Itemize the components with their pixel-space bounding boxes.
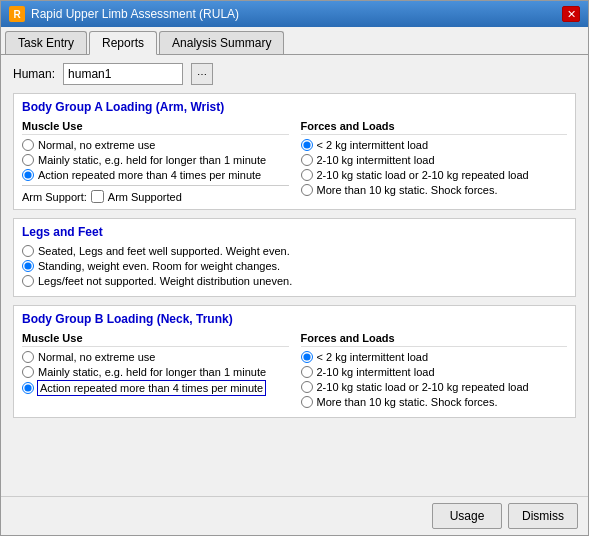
forces-loads-b-subsection: Forces and Loads < 2 kg intermittent loa…: [301, 332, 568, 411]
browse-icon: ⋯: [197, 69, 207, 80]
body-group-a-title: Body Group A Loading (Arm, Wrist): [22, 100, 567, 114]
muscle-use-b-option-1: Mainly static, e.g. held for longer than…: [22, 366, 289, 378]
forces-a-option-2: 2-10 kg static load or 2-10 kg repeated …: [301, 169, 568, 181]
dismiss-button[interactable]: Dismiss: [508, 503, 578, 529]
arm-support-row: Arm Support: Arm Supported: [22, 190, 289, 203]
forces-b-label-3: More than 10 kg static. Shock forces.: [317, 396, 498, 408]
muscle-use-a-radio-0[interactable]: [22, 139, 34, 151]
body-group-b-title: Body Group B Loading (Neck, Trunk): [22, 312, 567, 326]
forces-a-radio-0[interactable]: [301, 139, 313, 151]
muscle-use-b-radio-1[interactable]: [22, 366, 34, 378]
forces-loads-a-subsection: Forces and Loads < 2 kg intermittent loa…: [301, 120, 568, 203]
forces-b-option-1: 2-10 kg intermittent load: [301, 366, 568, 378]
forces-a-option-0: < 2 kg intermittent load: [301, 139, 568, 151]
legs-option-2: Legs/feet not supported. Weight distribu…: [22, 275, 567, 287]
forces-a-label-0: < 2 kg intermittent load: [317, 139, 429, 151]
forces-b-radio-0[interactable]: [301, 351, 313, 363]
muscle-use-b-title: Muscle Use: [22, 332, 289, 347]
muscle-use-a-title: Muscle Use: [22, 120, 289, 135]
main-window: R Rapid Upper Limb Assessment (RULA) ✕ T…: [0, 0, 589, 536]
legs-radio-1[interactable]: [22, 260, 34, 272]
title-bar: R Rapid Upper Limb Assessment (RULA) ✕: [1, 1, 588, 27]
forces-b-label-0: < 2 kg intermittent load: [317, 351, 429, 363]
forces-b-option-3: More than 10 kg static. Shock forces.: [301, 396, 568, 408]
forces-b-option-2: 2-10 kg static load or 2-10 kg repeated …: [301, 381, 568, 393]
window-title: Rapid Upper Limb Assessment (RULA): [31, 7, 239, 21]
tab-reports[interactable]: Reports: [89, 31, 157, 55]
forces-loads-b-title: Forces and Loads: [301, 332, 568, 347]
legs-feet-section: Legs and Feet Seated, Legs and feet well…: [13, 218, 576, 297]
muscle-use-b-radio-0[interactable]: [22, 351, 34, 363]
title-bar-left: R Rapid Upper Limb Assessment (RULA): [9, 6, 239, 22]
body-group-b-section: Body Group B Loading (Neck, Trunk) Muscl…: [13, 305, 576, 418]
forces-a-label-2: 2-10 kg static load or 2-10 kg repeated …: [317, 169, 529, 181]
muscle-use-b-label-1: Mainly static, e.g. held for longer than…: [38, 366, 266, 378]
forces-a-label-1: 2-10 kg intermittent load: [317, 154, 435, 166]
forces-a-option-1: 2-10 kg intermittent load: [301, 154, 568, 166]
muscle-use-a-radio-2[interactable]: [22, 169, 34, 181]
human-label: Human:: [13, 67, 55, 81]
forces-a-radio-1[interactable]: [301, 154, 313, 166]
forces-b-radio-2[interactable]: [301, 381, 313, 393]
body-group-a-section: Body Group A Loading (Arm, Wrist) Muscle…: [13, 93, 576, 210]
body-group-a-body: Muscle Use Normal, no extreme use Mainly…: [22, 120, 567, 203]
muscle-use-a-label-0: Normal, no extreme use: [38, 139, 155, 151]
legs-radio-0[interactable]: [22, 245, 34, 257]
forces-loads-a-title: Forces and Loads: [301, 120, 568, 135]
forces-b-label-1: 2-10 kg intermittent load: [317, 366, 435, 378]
forces-b-option-0: < 2 kg intermittent load: [301, 351, 568, 363]
legs-option-1: Standing, weight even. Room for weight c…: [22, 260, 567, 272]
muscle-use-a-option-2: Action repeated more than 4 times per mi…: [22, 169, 289, 181]
legs-radio-2[interactable]: [22, 275, 34, 287]
muscle-use-a-subsection: Muscle Use Normal, no extreme use Mainly…: [22, 120, 289, 203]
muscle-use-b-option-2: Action repeated more than 4 times per mi…: [22, 381, 289, 395]
muscle-use-b-option-0: Normal, no extreme use: [22, 351, 289, 363]
human-row: Human: ⋯: [13, 63, 576, 85]
muscle-use-b-label-2: Action repeated more than 4 times per mi…: [38, 381, 265, 395]
body-group-b-body: Muscle Use Normal, no extreme use Mainly…: [22, 332, 567, 411]
forces-a-option-3: More than 10 kg static. Shock forces.: [301, 184, 568, 196]
legs-label-2: Legs/feet not supported. Weight distribu…: [38, 275, 292, 287]
human-browse-button[interactable]: ⋯: [191, 63, 213, 85]
close-button[interactable]: ✕: [562, 6, 580, 22]
footer: Usage Dismiss: [1, 496, 588, 535]
human-input[interactable]: [63, 63, 183, 85]
muscle-use-a-radio-1[interactable]: [22, 154, 34, 166]
muscle-use-a-label-1: Mainly static, e.g. held for longer than…: [38, 154, 266, 166]
app-icon: R: [9, 6, 25, 22]
tab-bar: Task Entry Reports Analysis Summary: [1, 27, 588, 55]
tab-analysis-summary[interactable]: Analysis Summary: [159, 31, 284, 54]
legs-option-0: Seated, Legs and feet well supported. We…: [22, 245, 567, 257]
arm-supported-checkbox[interactable]: [91, 190, 104, 203]
muscle-use-b-label-0: Normal, no extreme use: [38, 351, 155, 363]
legs-feet-title: Legs and Feet: [22, 225, 567, 239]
forces-b-radio-3[interactable]: [301, 396, 313, 408]
forces-a-radio-2[interactable]: [301, 169, 313, 181]
muscle-use-a-option-0: Normal, no extreme use: [22, 139, 289, 151]
arm-supported-label: Arm Supported: [108, 191, 182, 203]
usage-button[interactable]: Usage: [432, 503, 502, 529]
forces-b-radio-1[interactable]: [301, 366, 313, 378]
muscle-use-b-radio-2[interactable]: [22, 382, 34, 394]
forces-b-label-2: 2-10 kg static load or 2-10 kg repeated …: [317, 381, 529, 393]
forces-a-label-3: More than 10 kg static. Shock forces.: [317, 184, 498, 196]
arm-support-label: Arm Support:: [22, 191, 87, 203]
forces-a-radio-3[interactable]: [301, 184, 313, 196]
muscle-use-a-option-1: Mainly static, e.g. held for longer than…: [22, 154, 289, 166]
muscle-use-b-subsection: Muscle Use Normal, no extreme use Mainly…: [22, 332, 289, 411]
legs-label-0: Seated, Legs and feet well supported. We…: [38, 245, 290, 257]
legs-label-1: Standing, weight even. Room for weight c…: [38, 260, 280, 272]
muscle-use-a-label-2: Action repeated more than 4 times per mi…: [38, 169, 261, 181]
main-content: Human: ⋯ Body Group A Loading (Arm, Wris…: [1, 55, 588, 496]
tab-task-entry[interactable]: Task Entry: [5, 31, 87, 54]
